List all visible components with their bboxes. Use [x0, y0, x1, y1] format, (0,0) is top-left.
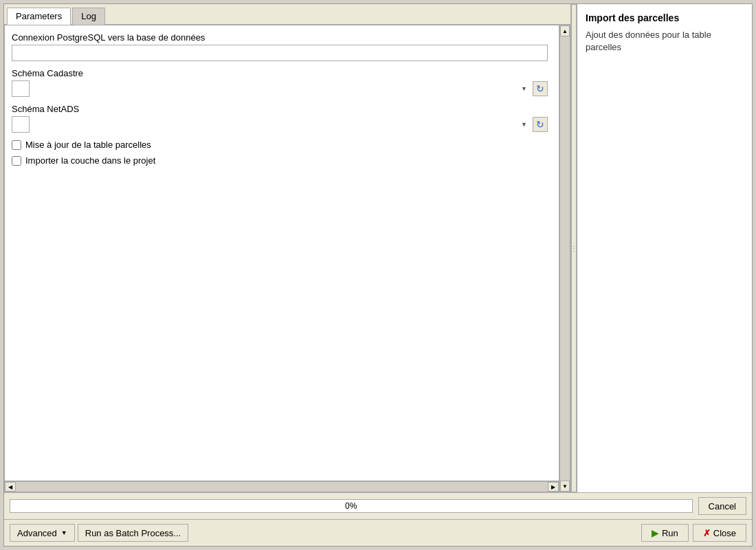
- run-button[interactable]: ▶ Run: [641, 524, 689, 542]
- resize-handle[interactable]: ⋮: [571, 4, 577, 492]
- help-title: Import des parcelles: [586, 12, 744, 23]
- batch-process-button[interactable]: Run as Batch Process...: [78, 524, 188, 542]
- v-scroll-track: [560, 36, 570, 481]
- progress-label: 0%: [345, 501, 357, 511]
- progress-section: 0% Cancel: [4, 492, 752, 519]
- advanced-label: Advanced: [17, 528, 57, 538]
- checkbox-import-input[interactable]: [12, 156, 21, 166]
- checkbox-import-group: Importer la couche dans le projet: [12, 155, 552, 166]
- schema-netads-refresh-button[interactable]: ↻: [533, 117, 548, 132]
- advanced-dropdown-arrow: ▼: [61, 529, 67, 536]
- schema-cadastre-select-wrapper: [12, 80, 530, 97]
- tab-parameters[interactable]: Parameters: [7, 8, 71, 25]
- schema-netads-label: Schéma NetADS: [12, 104, 552, 114]
- progress-bar-container: 0%: [10, 499, 693, 513]
- checkbox-import-label[interactable]: Importer la couche dans le projet: [25, 155, 155, 166]
- cancel-button[interactable]: Cancel: [698, 497, 746, 515]
- schema-cadastre-refresh-button[interactable]: ↻: [533, 81, 548, 96]
- help-description: Ajout des données pour la table parcelle…: [586, 29, 744, 54]
- vertical-scrollbar[interactable]: ▲ ▼: [559, 25, 570, 492]
- horizontal-scrollbar[interactable]: ◀ ▶: [4, 481, 559, 492]
- right-panel: Import des parcelles Ajout des données p…: [577, 4, 752, 492]
- schema-cadastre-label: Schéma Cadastre: [12, 68, 552, 78]
- schema-netads-select-wrapper: [12, 116, 530, 133]
- schema-netads-group: Schéma NetADS ↻: [12, 104, 552, 133]
- schema-cadastre-select[interactable]: [12, 80, 30, 97]
- schema-cadastre-wrapper: ↻: [12, 80, 548, 97]
- checkbox-update-label[interactable]: Mise à jour de la table parcelles: [25, 140, 151, 150]
- h-scroll-right-arrow[interactable]: ▶: [548, 482, 559, 492]
- close-label: Close: [713, 528, 736, 538]
- close-icon: ✗: [703, 528, 711, 538]
- checkbox-update-group: Mise à jour de la table parcelles: [12, 140, 552, 150]
- bottom-right-buttons: ▶ Run ✗ Close: [641, 524, 746, 542]
- params-scroll-area: Connexion PostgreSQL vers la base de don…: [4, 25, 559, 481]
- dialog-main: Parameters Log Connexion PostgreSQL vers…: [4, 4, 752, 492]
- tab-log-label: Log: [81, 11, 96, 21]
- v-scroll-up-arrow[interactable]: ▲: [560, 25, 570, 36]
- advanced-button[interactable]: Advanced ▼: [10, 524, 75, 542]
- tabs-bar: Parameters Log: [4, 4, 570, 25]
- schema-netads-wrapper: ↻: [12, 116, 548, 133]
- tab-parameters-label: Parameters: [16, 11, 62, 21]
- h-scroll-left-arrow[interactable]: ◀: [5, 482, 16, 492]
- dialog: Parameters Log Connexion PostgreSQL vers…: [3, 3, 753, 547]
- schema-netads-select[interactable]: [12, 116, 30, 133]
- h-scroll-track: [16, 482, 548, 492]
- v-scroll-down-arrow[interactable]: ▼: [560, 481, 570, 492]
- content-area: Connexion PostgreSQL vers la base de don…: [4, 25, 570, 492]
- tab-log[interactable]: Log: [72, 8, 105, 25]
- bottom-left-buttons: Advanced ▼ Run as Batch Process...: [10, 524, 188, 542]
- connection-group: Connexion PostgreSQL vers la base de don…: [12, 32, 552, 61]
- run-icon: ▶: [652, 527, 659, 538]
- schema-cadastre-group: Schéma Cadastre ↻: [12, 68, 552, 97]
- left-panel: Parameters Log Connexion PostgreSQL vers…: [4, 4, 571, 492]
- checkbox-update-input[interactable]: [12, 140, 21, 150]
- run-label: Run: [662, 528, 678, 538]
- bottom-bar: Advanced ▼ Run as Batch Process... ▶ Run…: [4, 519, 752, 546]
- connection-label: Connexion PostgreSQL vers la base de don…: [12, 32, 552, 43]
- connection-input[interactable]: [12, 45, 548, 61]
- close-button[interactable]: ✗ Close: [693, 524, 746, 542]
